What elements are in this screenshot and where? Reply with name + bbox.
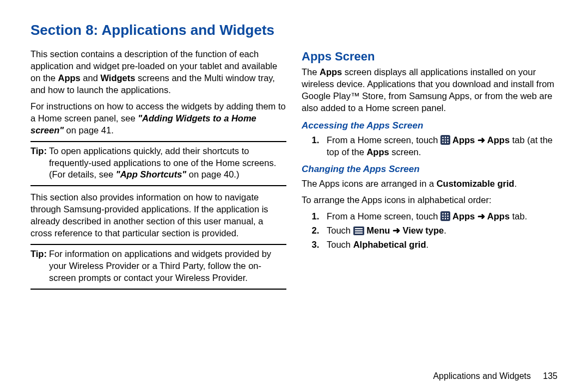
intro-paragraph: This section contains a description of t… bbox=[30, 48, 286, 96]
apps-bold: Apps bbox=[450, 135, 477, 145]
apps-tab-bold: Apps bbox=[485, 211, 510, 221]
list-item: Touch Alphabetical grid. bbox=[327, 239, 558, 251]
text: The Apps icons are arranged in a bbox=[302, 179, 437, 188]
apps-bold: Apps bbox=[450, 211, 477, 221]
text: on page 40.) bbox=[186, 169, 239, 179]
arrow-icon: ➜ bbox=[477, 135, 485, 145]
text: . bbox=[426, 240, 428, 249]
section-title: Section 8: Applications and Widgets bbox=[30, 22, 558, 39]
apps-screen-intro: The Apps screen displays all application… bbox=[302, 66, 558, 114]
apps-bold: Apps bbox=[320, 67, 342, 77]
view-type-bold: View type bbox=[400, 225, 444, 235]
text: and bbox=[81, 73, 101, 83]
apps-label-bold: Apps bbox=[58, 73, 80, 83]
apps-bold: Apps bbox=[366, 147, 389, 157]
apps-screen-heading: Apps Screen bbox=[302, 48, 558, 64]
text: screen. bbox=[389, 147, 421, 157]
cross-ref-link[interactable]: "App Shortcuts" bbox=[116, 169, 186, 179]
left-column: This section contains a description of t… bbox=[30, 48, 286, 358]
tip-body: To open applications quickly, add their … bbox=[49, 145, 286, 181]
accessing-heading: Accessing the Apps Screen bbox=[302, 120, 558, 132]
list-item: Touch Menu ➜ View type. bbox=[327, 225, 558, 237]
accessing-steps: From a Home screen, touch Apps ➜ Apps ta… bbox=[302, 134, 558, 158]
widgets-label-bold: Widgets bbox=[100, 73, 135, 83]
tip-box-2: Tip: For information on applications and… bbox=[30, 244, 286, 290]
changing-steps: From a Home screen, touch Apps ➜ Apps ta… bbox=[302, 211, 558, 251]
text: Touch bbox=[327, 225, 353, 235]
arrange-intro: To arrange the Apps icons in alphabetica… bbox=[302, 194, 558, 206]
arrow-icon: ➜ bbox=[393, 225, 400, 235]
customizable-grid-line: The Apps icons are arranged in a Customi… bbox=[302, 178, 558, 190]
text: Touch bbox=[327, 240, 353, 249]
menu-icon bbox=[353, 226, 364, 235]
tip-body: For information on applications and widg… bbox=[49, 248, 286, 284]
text: on page 41. bbox=[64, 125, 114, 135]
apps-grid-icon bbox=[440, 135, 450, 145]
menu-bold: Menu bbox=[364, 225, 393, 235]
alphabetical-grid-bold: Alphabetical grid bbox=[353, 240, 426, 249]
text: From a Home screen, touch bbox=[327, 135, 440, 145]
text: From a Home screen, touch bbox=[327, 211, 440, 221]
navigation-paragraph: This section also provides information o… bbox=[30, 192, 286, 240]
apps-grid-icon bbox=[440, 211, 450, 221]
right-column: Apps Screen The Apps screen displays all… bbox=[302, 48, 558, 358]
tip-label: Tip: bbox=[30, 248, 47, 284]
text: The bbox=[302, 67, 320, 77]
changing-heading: Changing the Apps Screen bbox=[302, 163, 558, 176]
arrow-icon: ➜ bbox=[477, 211, 485, 221]
tip-label: Tip: bbox=[30, 145, 47, 181]
page-footer: Applications and Widgets 135 bbox=[30, 358, 558, 381]
list-item: From a Home screen, touch Apps ➜ Apps ta… bbox=[327, 134, 558, 158]
tip-box-1: Tip: To open applications quickly, add t… bbox=[30, 141, 286, 187]
list-item: From a Home screen, touch Apps ➜ Apps ta… bbox=[327, 211, 558, 223]
text: . bbox=[514, 179, 517, 188]
two-column-layout: This section contains a description of t… bbox=[30, 48, 558, 358]
text: . bbox=[444, 225, 446, 235]
text: tab. bbox=[510, 211, 527, 221]
apps-tab-bold: Apps bbox=[485, 135, 510, 145]
customizable-grid-bold: Customizable grid bbox=[437, 179, 514, 188]
cross-ref-paragraph: For instructions on how to access the wi… bbox=[30, 101, 286, 137]
footer-page-number: 135 bbox=[543, 371, 558, 381]
footer-chapter: Applications and Widgets bbox=[433, 371, 531, 381]
